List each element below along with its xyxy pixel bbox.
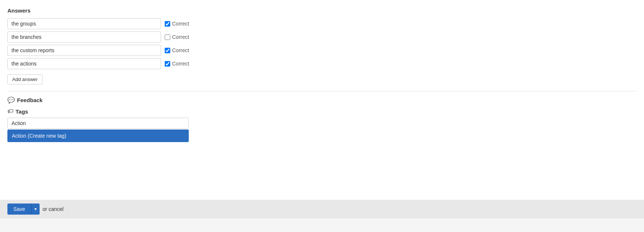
divider-1 <box>7 91 637 91</box>
correct-checkbox-2[interactable] <box>165 48 170 53</box>
save-dropdown-button[interactable]: ▾ <box>31 204 40 215</box>
correct-text: Correct <box>172 61 189 67</box>
answer-input-0[interactable] <box>7 18 161 29</box>
table-row: Correct <box>7 31 637 43</box>
answer-rows: CorrectCorrectCorrectCorrect <box>7 18 637 69</box>
comment-icon: 💬 <box>7 97 15 104</box>
answer-input-2[interactable] <box>7 45 161 56</box>
feedback-label: Feedback <box>17 97 43 103</box>
answer-input-3[interactable] <box>7 58 161 69</box>
tags-section: 🏷 Tags Action (Create new tag) <box>7 108 637 142</box>
tags-title: 🏷 Tags <box>7 108 637 115</box>
correct-text: Correct <box>172 47 189 53</box>
table-row: Correct <box>7 45 637 56</box>
table-row: Correct <box>7 18 637 29</box>
save-button-group: Save ▾ <box>7 204 40 215</box>
save-button[interactable]: Save <box>7 204 31 215</box>
correct-label-1[interactable]: Correct <box>165 34 189 40</box>
feedback-section: 💬 Feedback <box>7 97 637 104</box>
tags-label: Tags <box>16 108 28 115</box>
answer-input-1[interactable] <box>7 31 161 43</box>
correct-text: Correct <box>172 21 189 27</box>
chevron-down-icon: ▾ <box>34 206 37 212</box>
create-tag-option[interactable]: Action (Create new tag) <box>7 130 189 142</box>
correct-checkbox-0[interactable] <box>165 21 170 27</box>
correct-label-2[interactable]: Correct <box>165 47 189 53</box>
correct-text: Correct <box>172 34 189 40</box>
tag-icon: 🏷 <box>7 108 13 115</box>
tags-input[interactable] <box>7 118 189 129</box>
footer-bar: Save ▾ or cancel <box>0 200 644 218</box>
add-answer-button[interactable]: Add answer <box>7 74 43 84</box>
answers-section: Answers CorrectCorrectCorrectCorrect Add… <box>7 7 637 84</box>
correct-label-3[interactable]: Correct <box>165 61 189 67</box>
table-row: Correct <box>7 58 637 69</box>
main-content: Answers CorrectCorrectCorrectCorrect Add… <box>0 0 644 200</box>
correct-checkbox-3[interactable] <box>165 61 170 67</box>
correct-label-0[interactable]: Correct <box>165 21 189 27</box>
correct-checkbox-1[interactable] <box>165 34 170 40</box>
answers-title: Answers <box>7 7 637 14</box>
cancel-link[interactable]: or cancel <box>43 206 64 212</box>
